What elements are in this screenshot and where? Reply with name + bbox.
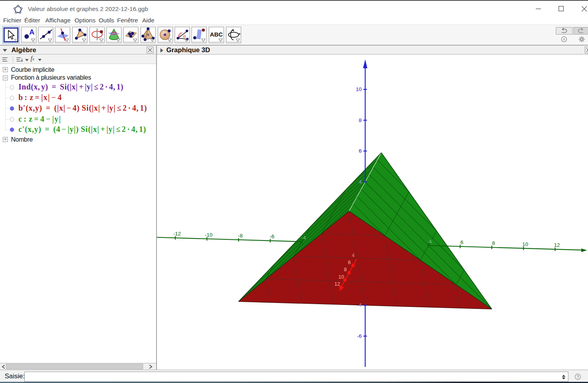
svg-text:10: 10 (356, 86, 362, 92)
svg-text:4: 4 (429, 239, 432, 244)
svg-text:?: ? (563, 37, 565, 42)
svg-text:8: 8 (492, 240, 495, 246)
svg-text:α: α (183, 33, 186, 39)
svg-text:?: ? (577, 374, 579, 379)
svg-text:8: 8 (359, 117, 362, 123)
svg-text:-10: -10 (205, 232, 213, 238)
svg-text:12: 12 (554, 242, 560, 248)
svg-text:-4: -4 (301, 235, 306, 241)
svg-text:-6: -6 (269, 233, 274, 239)
svg-text:6: 6 (461, 239, 464, 245)
svg-text:8: 8 (344, 266, 347, 272)
svg-text:12: 12 (334, 281, 340, 287)
svg-text:4: 4 (359, 179, 362, 185)
svg-text:-6: -6 (357, 333, 362, 339)
svg-text:-4: -4 (357, 302, 362, 308)
svg-text:6: 6 (348, 259, 351, 265)
svg-text:10: 10 (339, 274, 344, 280)
svg-text:-8: -8 (238, 233, 243, 239)
svg-text:4: 4 (352, 252, 355, 258)
svg-text:6: 6 (359, 148, 362, 154)
svg-text:ABC: ABC (210, 31, 223, 38)
svg-text:A: A (29, 28, 35, 36)
svg-text:10: 10 (522, 241, 528, 247)
svg-text:-12: -12 (173, 231, 181, 237)
